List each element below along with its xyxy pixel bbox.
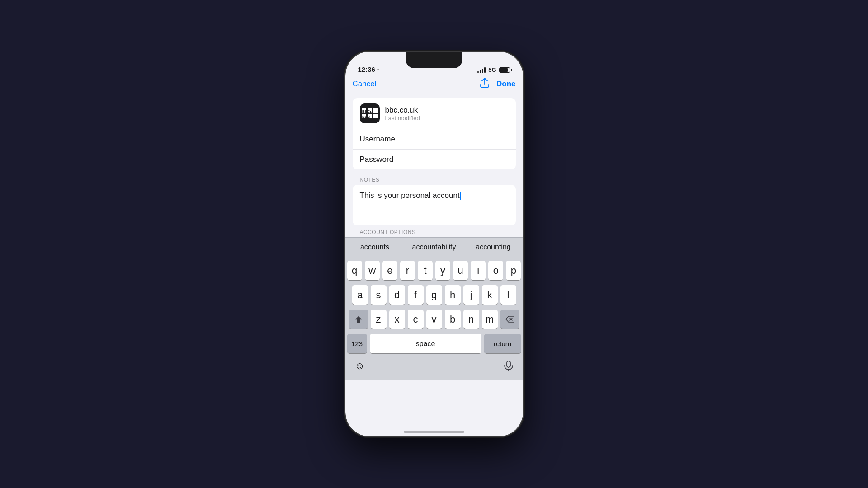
svg-rect-2 [373, 108, 378, 113]
key-x[interactable]: x [389, 310, 405, 329]
key-a[interactable]: a [352, 285, 368, 305]
svg-rect-5 [373, 114, 378, 118]
shift-key[interactable] [349, 310, 368, 329]
key-m[interactable]: m [482, 310, 498, 329]
battery-icon [499, 67, 510, 73]
location-icon: ↑ [377, 67, 380, 72]
key-u[interactable]: u [453, 261, 468, 280]
site-header: BBC BBC bbc.co.uk Last modified [353, 98, 516, 129]
done-button[interactable]: Done [496, 80, 516, 89]
signal-bar-1 [477, 71, 479, 73]
space-key[interactable]: space [370, 334, 481, 353]
battery-fill [500, 68, 508, 72]
username-row[interactable]: Username [353, 129, 516, 150]
status-icons: 5G [477, 66, 510, 73]
keyboard-row-2: a s d f g h j k l [347, 285, 521, 305]
key-v[interactable]: v [426, 310, 442, 329]
delete-key[interactable] [500, 310, 519, 329]
key-e[interactable]: e [382, 261, 397, 280]
return-key[interactable]: return [484, 334, 521, 353]
cancel-button[interactable]: Cancel [353, 80, 377, 89]
password-label: Password [360, 155, 394, 164]
keyboard-bottom-row: 123 space return [347, 334, 521, 353]
signal-bar-3 [482, 69, 483, 73]
notch [406, 52, 462, 68]
password-row[interactable]: Password [353, 150, 516, 169]
key-w[interactable]: w [365, 261, 380, 280]
key-s[interactable]: s [371, 285, 387, 305]
keyboard-footer: ☺ [347, 355, 521, 379]
svg-text:BBC: BBC [362, 109, 370, 113]
key-i[interactable]: i [471, 261, 486, 280]
phone-frame: 12:36 ↑ 5G Cancel [345, 52, 523, 436]
network-type: 5G [488, 66, 496, 73]
key-z[interactable]: z [371, 310, 387, 329]
key-y[interactable]: y [435, 261, 450, 280]
signal-bar-4 [484, 67, 486, 73]
key-c[interactable]: c [408, 310, 424, 329]
home-indicator [404, 431, 464, 433]
numbers-key[interactable]: 123 [347, 334, 367, 353]
keyboard-row-3: z x c v b n m [347, 310, 521, 329]
svg-text:BBC: BBC [362, 115, 370, 118]
notes-text: This is your personal account [360, 191, 460, 200]
key-d[interactable]: d [389, 285, 405, 305]
site-icon: BBC BBC [360, 103, 380, 123]
key-b[interactable]: b [445, 310, 461, 329]
key-g[interactable]: g [426, 285, 442, 305]
notes-card[interactable]: This is your personal account [353, 185, 516, 225]
status-time: 12:36 ↑ [358, 66, 380, 73]
key-j[interactable]: j [463, 285, 479, 305]
key-q[interactable]: q [347, 261, 362, 280]
signal-bars [477, 67, 486, 73]
key-t[interactable]: t [418, 261, 433, 280]
autocomplete-bar: accounts accountability accounting [345, 237, 523, 257]
text-cursor [460, 192, 461, 200]
nav-bar: Cancel Done [345, 76, 523, 94]
microphone-button[interactable] [500, 357, 518, 375]
autocomplete-accounting[interactable]: accounting [464, 238, 523, 257]
screen: 12:36 ↑ 5G Cancel [345, 52, 523, 436]
account-options-label: ACCOUNT OPTIONS [345, 225, 523, 237]
notes-section-label: NOTES [345, 173, 523, 185]
key-o[interactable]: o [488, 261, 503, 280]
key-f[interactable]: f [408, 285, 424, 305]
key-p[interactable]: p [506, 261, 521, 280]
key-k[interactable]: k [482, 285, 498, 305]
share-icon[interactable] [480, 78, 489, 90]
key-h[interactable]: h [445, 285, 461, 305]
keyboard: q w e r t y u i o p a s d f g h j k [345, 257, 523, 380]
svg-rect-9 [507, 361, 510, 367]
username-label: Username [360, 135, 395, 144]
notes-field[interactable]: This is your personal account [353, 185, 516, 225]
autocomplete-accounts[interactable]: accounts [345, 238, 405, 257]
nav-right-actions: Done [480, 78, 516, 90]
autocomplete-accountability[interactable]: accountability [405, 238, 464, 257]
site-modified: Last modified [385, 115, 420, 122]
signal-bar-2 [480, 70, 481, 73]
keyboard-row-1: q w e r t y u i o p [347, 261, 521, 280]
key-n[interactable]: n [463, 310, 479, 329]
site-info: bbc.co.uk Last modified [385, 106, 420, 122]
emoji-button[interactable]: ☺ [351, 357, 369, 375]
key-l[interactable]: l [500, 285, 516, 305]
key-r[interactable]: r [400, 261, 415, 280]
site-name: bbc.co.uk [385, 106, 420, 115]
password-card: BBC BBC bbc.co.uk Last modified Username… [353, 98, 516, 169]
